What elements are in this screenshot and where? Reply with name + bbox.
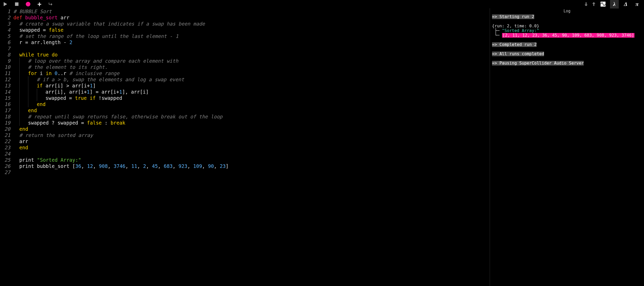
log-pausing: => Pausing SuperCollider Audio Server bbox=[492, 61, 584, 66]
lambda-icon[interactable]: λ bbox=[610, 0, 619, 9]
play-icon[interactable] bbox=[3, 1, 8, 7]
code-line[interactable]: # the element to its right. bbox=[13, 64, 490, 70]
log-start: => Starting run 2 bbox=[492, 14, 534, 19]
line-gutter: 1234567891011121314151617181920212223242… bbox=[0, 8, 13, 286]
plus-icon[interactable]: + bbox=[37, 1, 42, 7]
code-line[interactable]: # repeat until swap returns false, other… bbox=[13, 113, 490, 120]
log-completed: => Completed run 2 bbox=[492, 42, 537, 47]
code-line[interactable]: # set the range of the loop until the la… bbox=[13, 33, 490, 39]
code-line[interactable]: print "Sorted Array:" bbox=[13, 157, 490, 163]
log-cue: {run: 2, time: 0.0} bbox=[492, 24, 642, 28]
code-line[interactable]: end bbox=[13, 126, 490, 132]
svg-rect-1 bbox=[15, 2, 19, 6]
code-line[interactable]: def bubble_sort arr bbox=[13, 14, 490, 21]
log-sorted-label: "Sorted Array:" bbox=[502, 28, 539, 33]
code-line[interactable]: swapped = true if !swapped bbox=[13, 95, 490, 101]
code-line[interactable]: arr[i], arr[i+1] = arr[i+1], arr[i] bbox=[13, 89, 490, 95]
code-area[interactable]: # BUBBLE Sortdef bubble_sort arr # creat… bbox=[13, 8, 490, 286]
log-title: Log bbox=[490, 8, 644, 14]
log-allruns: => All runs completed bbox=[492, 52, 544, 56]
code-line[interactable]: swapped ? swapped = false : break bbox=[13, 120, 490, 126]
svg-marker-2 bbox=[585, 2, 587, 6]
toolbar: + λ Δ π bbox=[0, 0, 644, 8]
stop-icon[interactable] bbox=[14, 1, 20, 7]
code-line[interactable]: for i in 0..r # inclusive range bbox=[13, 70, 490, 76]
log-body[interactable]: => Starting run 2 {run: 2, time: 0.0} ├─… bbox=[490, 14, 644, 286]
code-editor[interactable]: 1234567891011121314151617181920212223242… bbox=[0, 8, 490, 286]
code-line[interactable]: print bubble_sort [36, 12, 908, 3746, 11… bbox=[13, 163, 490, 169]
delta-icon[interactable]: Δ bbox=[621, 0, 630, 9]
svg-marker-0 bbox=[4, 2, 7, 6]
log-sorted-array: [2, 11, 12, 23, 36, 45, 90, 109, 683, 90… bbox=[502, 33, 635, 38]
svg-marker-3 bbox=[593, 2, 595, 6]
code-line[interactable]: while true do bbox=[13, 52, 490, 58]
record-icon[interactable] bbox=[25, 1, 31, 7]
code-line[interactable] bbox=[13, 151, 490, 157]
size-up-icon[interactable] bbox=[591, 1, 596, 8]
code-line[interactable]: r = arr.length - 2 bbox=[13, 39, 490, 45]
code-line[interactable]: end bbox=[13, 107, 490, 113]
code-line[interactable]: end bbox=[13, 144, 490, 151]
code-line[interactable]: if arr[i] > arr[i+1] bbox=[13, 83, 490, 89]
code-line[interactable] bbox=[13, 169, 490, 175]
log-panel: Log => Starting run 2 {run: 2, time: 0.0… bbox=[490, 8, 644, 286]
code-line[interactable]: swapped = false bbox=[13, 27, 490, 33]
code-line[interactable]: # create a swap variable that indicates … bbox=[13, 21, 490, 27]
code-line[interactable]: # loop over the array and compare each e… bbox=[13, 58, 490, 64]
scope-icon[interactable] bbox=[599, 0, 607, 9]
code-line[interactable]: # if a > b, swap the elements and log a … bbox=[13, 76, 490, 83]
indent-return-icon[interactable] bbox=[48, 1, 54, 7]
size-down-icon[interactable] bbox=[583, 1, 588, 8]
code-line[interactable]: # BUBBLE Sort bbox=[13, 8, 490, 14]
code-line[interactable] bbox=[13, 45, 490, 52]
code-line[interactable]: end bbox=[13, 101, 490, 107]
code-line[interactable]: arr bbox=[13, 138, 490, 144]
pi-icon[interactable]: π bbox=[633, 0, 641, 9]
code-line[interactable]: # return the sorted array bbox=[13, 132, 490, 138]
